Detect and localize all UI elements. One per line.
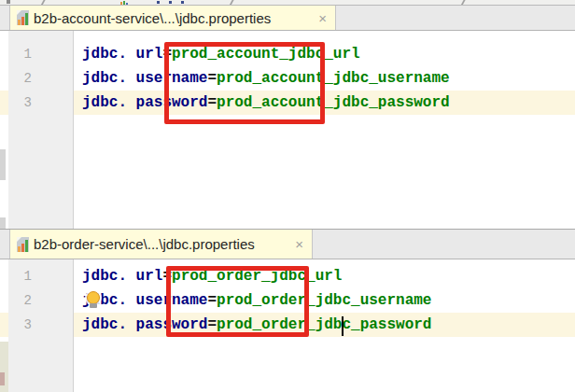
text-caret xyxy=(342,316,344,336)
editor-order: 1 2 3 jdbc. url=prod_order_jdbc_url jdbc… xyxy=(0,259,575,392)
close-tab-icon[interactable]: × xyxy=(293,237,305,251)
property-key: jdbc. url xyxy=(82,46,162,63)
left-edge-marker xyxy=(0,372,5,385)
breadcrumb-text-fragment xyxy=(181,1,184,4)
editor-tabs-bottom: b2b-order-service\...\jdbc.properties × xyxy=(0,229,575,259)
annotation-red-box xyxy=(166,266,309,337)
line-number: 1 xyxy=(0,42,32,66)
tab-order-jdbc-properties[interactable]: b2b-order-service\...\jdbc.properties × xyxy=(9,230,313,259)
left-edge-notch xyxy=(0,217,6,229)
editor-tabs-top: b2b-account-service\...\jdbc.properties … xyxy=(0,6,575,31)
line-number: 2 xyxy=(0,66,32,91)
close-tab-icon[interactable]: × xyxy=(316,11,329,25)
tab-title: b2b-account-service\...\jdbc.properties xyxy=(34,10,271,26)
left-edge-notch xyxy=(0,149,6,180)
editor-account: 1 2 3 jdbc. url=prod_account_jdbc_url jd… xyxy=(0,31,575,229)
tab-account-jdbc-properties[interactable]: b2b-account-service\...\jdbc.properties … xyxy=(9,6,336,30)
intention-lightbulb-icon[interactable] xyxy=(87,291,100,309)
line-number: 3 xyxy=(0,91,32,115)
property-key: jdbc. url xyxy=(82,268,162,285)
line-number: 2 xyxy=(0,288,32,313)
line-number: 3 xyxy=(0,313,32,337)
ide-editor-split: b2b-account-service\...\jdbc.properties … xyxy=(0,0,575,392)
breadcrumb-text-fragment xyxy=(157,1,160,4)
properties-file-icon xyxy=(17,10,29,25)
properties-file-icon xyxy=(17,237,29,252)
line-number: 1 xyxy=(0,264,32,288)
annotation-red-box xyxy=(164,42,325,124)
breadcrumb-text-fragment xyxy=(169,1,172,4)
tab-title: b2b-order-service\...\jdbc.properties xyxy=(34,236,255,252)
window-mark-icon xyxy=(7,0,10,4)
